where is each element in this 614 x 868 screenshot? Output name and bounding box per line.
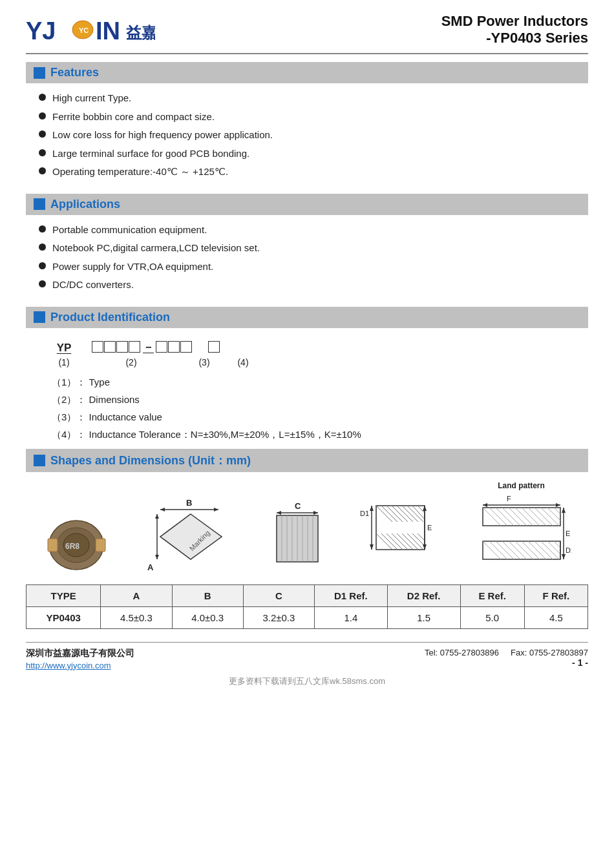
land-pattern-figure: Land pattern F [471, 481, 571, 575]
td-b: 4.0±0.3 [172, 606, 243, 628]
svg-text:IN: IN [96, 17, 120, 45]
header-title-block: SMD Power Inductors -YP0403 Series [441, 13, 588, 46]
pid-dash: － [143, 340, 154, 355]
applications-section-header: Applications [26, 194, 588, 215]
svg-text:YC: YC [79, 26, 89, 34]
pid-label-2: (2) [76, 357, 186, 367]
svg-text:F: F [507, 495, 511, 502]
svg-text:A: A [147, 563, 154, 572]
product-id-title: Product Identification [50, 311, 170, 324]
td-f: 4.5 [524, 606, 588, 628]
svg-text:D1: D1 [360, 510, 369, 517]
list-item: Portable communication equipment. [39, 223, 588, 238]
list-item: High current Type. [39, 91, 588, 106]
shapes-title: Shapes and Dimensions (Unit：mm) [50, 453, 251, 468]
th-e: E Ref. [460, 584, 524, 606]
pid-box [116, 341, 128, 353]
td-type: YP0403 [26, 606, 101, 628]
pid-box [168, 341, 180, 353]
footer-watermark: 更多资料下载请到五八文库wk.58sms.com [26, 676, 588, 687]
svg-marker-64 [556, 503, 560, 507]
list-item: Notebook PC,digital carmera,LCD televisi… [39, 241, 588, 256]
pid-desc-2: （2）： Dimensions [52, 394, 588, 406]
pid-desc-4: （4）： Inductance Tolerance：N=±30%,M=±20%，… [52, 429, 588, 441]
svg-text:C: C [295, 501, 301, 511]
features-section-header: Features [26, 62, 588, 83]
inductor-figure: 6R8 [43, 514, 111, 575]
features-list: High current Type. Ferrite bobbin core a… [26, 88, 588, 186]
list-item: Ferrite bobbin core and compact size. [39, 110, 588, 125]
th-a: A [101, 584, 172, 606]
table-row: YP0403 4.5±0.3 4.0±0.3 3.2±0.3 1.4 1.5 5… [26, 606, 588, 628]
logo-svg: YJ YC IN 益嘉源 [26, 14, 155, 46]
header-title-line2: -YP0403 Series [441, 30, 588, 46]
side-figure: C [271, 501, 326, 575]
list-item: Operating temperature:-40℃ ～ +125℃. [39, 165, 588, 180]
pid-desc-1: （1）： Type [52, 377, 588, 389]
pid-box [129, 341, 140, 353]
bullet-dot [39, 280, 46, 287]
svg-rect-65 [483, 508, 560, 526]
list-item: Large terminal surface for good PCB bond… [39, 147, 588, 161]
logo-area: YJ YC IN 益嘉源 [26, 14, 155, 46]
pid-box [156, 341, 167, 353]
applications-list: Portable communication equipment. Notebo… [26, 220, 588, 299]
shapes-icon [34, 455, 45, 466]
bullet-dot [39, 112, 46, 119]
applications-icon [34, 198, 45, 210]
svg-marker-63 [483, 503, 487, 507]
svg-marker-94 [562, 508, 566, 513]
footer-fax: 0755-27803897 [529, 648, 588, 657]
svg-text:E: E [566, 530, 570, 537]
footer: 深圳市益嘉源电子有限公司 http://www.yjycoin.com Tel:… [26, 642, 588, 670]
svg-text:6R8: 6R8 [65, 542, 79, 551]
bullet-dot [39, 130, 46, 138]
th-d2: D2 Ref. [387, 584, 460, 606]
page: YJ YC IN 益嘉源 SMD Power Inductors -YP0403… [0, 0, 614, 868]
list-item: Power supply for VTR,OA equipment. [39, 260, 588, 274]
diamond-svg: B Marking A [144, 498, 238, 575]
td-d2: 1.5 [387, 606, 460, 628]
pid-box [92, 341, 103, 353]
th-c: C [243, 584, 314, 606]
svg-marker-22 [277, 511, 281, 515]
td-a: 4.5±0.3 [101, 606, 172, 628]
footer-website[interactable]: http://www.yjycoin.com [26, 661, 134, 670]
pid-yp-label: YP [52, 342, 76, 355]
bullet-dot [39, 94, 46, 101]
product-id-diagram: YP － (1) (2) (3) (4) （ [52, 340, 588, 441]
footer-company: 深圳市益嘉源电子有限公司 [26, 648, 134, 659]
th-b: B [172, 584, 243, 606]
svg-rect-36 [376, 506, 425, 550]
pid-label-3: (3) [186, 357, 222, 367]
svg-text:YJ: YJ [26, 17, 56, 45]
svg-marker-13 [160, 508, 165, 512]
svg-text:益嘉源: 益嘉源 [126, 24, 155, 41]
pid-boxes-2: － [92, 340, 193, 355]
pid-diagram-row: YP － [52, 340, 588, 355]
cross-figure: D1 [360, 491, 438, 575]
side-svg: C [271, 501, 326, 575]
th-type: TYPE [26, 584, 101, 606]
pid-box [104, 341, 116, 353]
footer-tel: 0755-27803896 [440, 648, 499, 657]
pid-label-1: (1) [52, 357, 76, 367]
shapes-figures: 6R8 B Marking A [26, 481, 588, 575]
th-d1: D1 Ref. [314, 584, 387, 606]
svg-marker-19 [155, 555, 159, 559]
diamond-figure: B Marking A [144, 498, 238, 575]
product-id-section-header: Product Identification [26, 307, 588, 328]
pid-labels-row: (1) (2) (3) (4) [52, 357, 588, 367]
svg-marker-14 [214, 508, 218, 512]
cross-svg: D1 [360, 491, 438, 575]
land-pattern-label: Land pattern [498, 481, 545, 490]
svg-rect-9 [48, 539, 58, 552]
svg-marker-34 [370, 506, 374, 511]
bullet-dot [39, 262, 46, 269]
svg-marker-95 [562, 554, 566, 559]
svg-marker-18 [155, 514, 159, 519]
bullet-dot [39, 243, 46, 251]
svg-text:D2: D2 [566, 546, 571, 554]
applications-title: Applications [50, 198, 120, 211]
svg-text:E: E [427, 524, 432, 532]
